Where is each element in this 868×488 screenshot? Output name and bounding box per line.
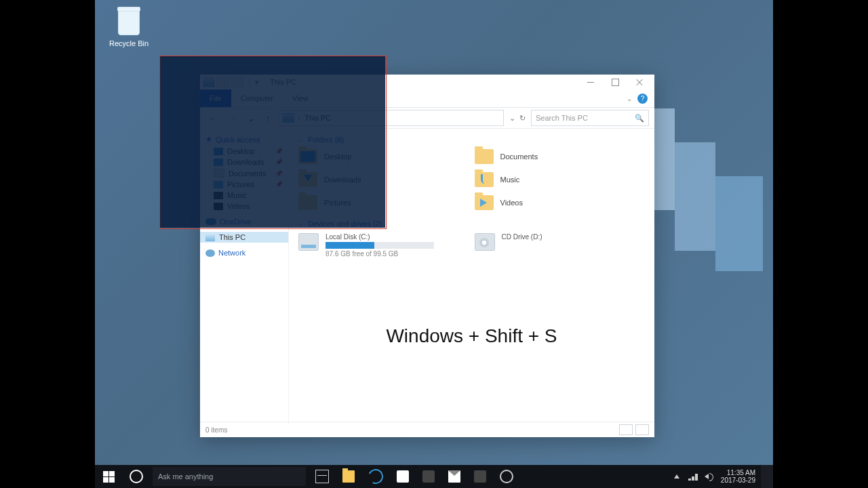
status-bar: 0 items <box>200 422 654 437</box>
task-view-button[interactable] <box>309 465 336 488</box>
action-center-button[interactable] <box>761 465 773 488</box>
drive-free-text: 87.6 GB free of 99.5 GB <box>326 250 434 258</box>
search-input[interactable]: Search This PC 🔍 <box>531 110 649 126</box>
search-icon: 🔍 <box>635 114 644 123</box>
tray-overflow-icon[interactable] <box>672 472 682 481</box>
cortana-button[interactable] <box>123 465 150 488</box>
status-text: 0 items <box>205 426 227 434</box>
clock-date: 2017-03-29 <box>721 476 755 484</box>
cortana-icon <box>130 470 143 483</box>
help-button[interactable]: ? <box>637 94 648 104</box>
folder-videos[interactable]: Videos <box>475 195 646 210</box>
volume-icon[interactable] <box>705 472 714 481</box>
folder-icon <box>342 470 355 483</box>
address-dropdown-icon[interactable]: ⌄ <box>509 114 515 123</box>
start-button[interactable] <box>95 465 123 488</box>
gear-icon <box>500 470 513 483</box>
desktop-stage: Recycle Bin ▾ This PC File Computer View… <box>95 0 773 488</box>
windows-icon <box>103 471 115 483</box>
folder-documents[interactable]: Documents <box>475 149 646 164</box>
shortcut-caption: Windows + Shift + S <box>289 325 654 347</box>
folder-icon <box>475 195 494 210</box>
nav-this-pc[interactable]: This PC <box>200 232 288 243</box>
taskbar-app[interactable] <box>467 465 493 488</box>
drive-icon <box>298 233 319 251</box>
folder-icon <box>475 149 494 164</box>
folder-music[interactable]: Music <box>475 172 646 187</box>
taskbar-app-edge[interactable] <box>361 465 390 488</box>
taskbar-app-store[interactable] <box>390 465 416 488</box>
recycle-bin-label: Recycle Bin <box>105 39 153 47</box>
app-icon <box>422 470 435 483</box>
maximize-button[interactable] <box>603 75 627 89</box>
close-button[interactable] <box>627 75 652 89</box>
snip-dim-overlay <box>159 56 385 228</box>
drive-local-c[interactable]: Local Disk (C:) 87.6 GB free of 99.5 GB <box>298 233 469 258</box>
taskbar-search-input[interactable]: Ask me anything <box>153 467 306 486</box>
recycle-bin-icon <box>118 9 140 35</box>
taskbar-app[interactable] <box>416 465 441 488</box>
mail-icon <box>448 470 460 483</box>
minimize-button[interactable] <box>578 75 603 89</box>
drive-name: Local Disk (C:) <box>326 233 434 241</box>
view-details-button[interactable] <box>619 424 633 435</box>
cd-drive-icon <box>475 233 495 251</box>
network-icon <box>205 249 215 257</box>
taskbar: Ask me anything 11:35 AM 2017-03-29 <box>95 465 773 488</box>
drive-cd-d[interactable]: CD Drive (D:) <box>475 233 646 258</box>
recycle-bin[interactable]: Recycle Bin <box>105 9 153 47</box>
storage-bar <box>326 242 434 249</box>
task-view-icon <box>315 470 329 483</box>
store-icon <box>397 470 409 483</box>
taskbar-app-settings[interactable] <box>493 465 520 488</box>
clock-time: 11:35 AM <box>721 469 755 476</box>
nav-network[interactable]: Network <box>200 247 288 259</box>
taskbar-app-mail[interactable] <box>441 465 467 488</box>
search-placeholder: Ask me anything <box>158 472 213 481</box>
clock[interactable]: 11:35 AM 2017-03-29 <box>721 469 755 484</box>
refresh-button[interactable]: ↻ <box>519 114 526 123</box>
search-placeholder: Search This PC <box>536 114 588 122</box>
ribbon-collapse-icon[interactable]: ⌄ <box>627 95 632 102</box>
app-icon <box>474 470 486 483</box>
network-icon[interactable] <box>688 472 698 481</box>
drive-name: CD Drive (D:) <box>502 233 542 241</box>
edge-icon <box>366 467 385 486</box>
folder-icon <box>475 172 494 187</box>
view-tiles-button[interactable] <box>635 424 649 435</box>
system-tray: 11:35 AM 2017-03-29 <box>667 469 761 484</box>
taskbar-app-explorer[interactable] <box>336 465 361 488</box>
